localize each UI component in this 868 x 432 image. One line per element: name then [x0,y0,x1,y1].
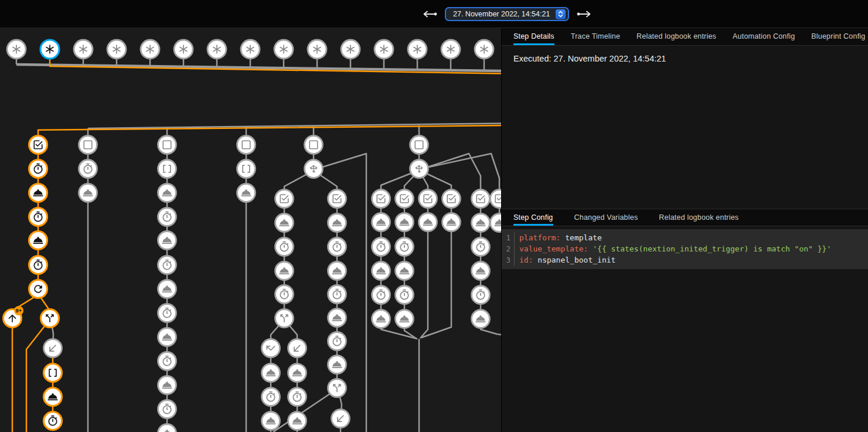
node-arrow-up[interactable]: 9+ [4,306,24,328]
node-dome[interactable] [288,412,307,430]
node-timer[interactable] [158,256,176,274]
node-timer[interactable] [396,238,414,256]
node-dome[interactable] [328,309,346,327]
node-checkbox[interactable] [472,190,490,208]
node-square[interactable] [237,136,256,154]
node-dome[interactable] [262,412,280,430]
tab-blueprint-config[interactable]: Blueprint Config [811,28,865,45]
node-asterisk[interactable] [141,40,159,59]
node-brackets[interactable] [158,160,176,178]
node-dome[interactable] [396,262,414,280]
node-timer[interactable] [396,286,414,304]
node-timer[interactable] [262,388,280,406]
node-checkbox[interactable] [29,136,47,154]
node-arrow-bottom-left[interactable] [288,339,307,358]
node-dome[interactable] [158,184,176,202]
node-dome[interactable] [158,424,176,432]
node-checkbox[interactable] [491,190,502,208]
node-square[interactable] [79,136,97,154]
node-dome[interactable] [491,214,502,232]
node-asterisk[interactable] [207,40,226,59]
node-dome[interactable] [158,328,176,346]
node-asterisk[interactable] [174,40,193,59]
node-checkbox[interactable] [419,190,437,208]
node-dome[interactable] [328,262,346,280]
node-timer[interactable] [29,160,47,178]
node-dome[interactable] [275,214,294,232]
node-dome[interactable] [29,232,47,250]
node-dome[interactable] [262,364,280,382]
node-dome[interactable] [158,376,176,394]
node-dome[interactable] [396,213,414,232]
tab-step-config[interactable]: Step Config [513,209,553,226]
node-dome[interactable] [419,213,437,232]
node-timer[interactable] [275,285,294,304]
node-timer[interactable] [472,238,490,256]
node-checkbox[interactable] [275,190,294,208]
node-timer[interactable] [79,160,97,178]
node-refresh[interactable] [29,280,47,298]
previous-run-button[interactable] [422,11,437,18]
node-asterisk[interactable] [441,40,460,59]
node-dome[interactable] [275,262,294,280]
node-asterisk[interactable] [74,40,93,59]
node-timer[interactable] [44,412,62,430]
node-square[interactable] [158,136,176,154]
node-square[interactable] [305,136,323,154]
node-dome[interactable] [237,184,256,202]
node-decision[interactable] [410,160,428,178]
node-call-split[interactable] [41,309,59,328]
tab-trace-timeline[interactable]: Trace Timeline [571,28,620,45]
node-timer[interactable] [372,286,390,304]
node-dome[interactable] [158,232,176,250]
tab-step-details[interactable]: Step Details [513,28,554,45]
node-checkbox[interactable] [372,190,390,208]
node-arrow-bottom-left[interactable] [332,410,350,428]
node-dome[interactable] [79,184,97,202]
node-asterisk[interactable] [375,40,393,59]
node-dome[interactable] [44,388,62,406]
node-dome[interactable] [472,310,490,328]
node-call-split[interactable] [328,379,346,397]
node-dome[interactable] [288,364,307,382]
node-timer[interactable] [158,304,176,322]
node-dome[interactable] [372,213,390,232]
tab-related-logbook-entries[interactable]: Related logbook entries [636,28,716,45]
node-timer[interactable] [472,286,490,304]
node-asterisk[interactable] [7,40,26,59]
node-asterisk[interactable] [308,40,326,59]
node-timer[interactable] [372,238,390,256]
node-timer[interactable] [158,352,176,370]
node-asterisk[interactable] [40,40,59,59]
next-run-button[interactable] [577,11,592,18]
node-asterisk[interactable] [274,40,293,59]
node-dome[interactable] [442,213,461,232]
node-asterisk[interactable] [475,40,493,59]
node-timer[interactable] [29,208,47,226]
node-dome[interactable] [29,184,47,202]
node-timer[interactable] [328,285,346,304]
tab-changed-variables[interactable]: Changed Variables [574,209,638,226]
node-asterisk[interactable] [341,40,360,59]
node-dome[interactable] [328,356,346,374]
node-square[interactable] [410,136,428,154]
node-checkbox[interactable] [396,190,414,208]
node-dome[interactable] [372,262,390,280]
node-timer[interactable] [288,388,307,406]
node-timer[interactable] [158,400,176,419]
node-timer[interactable] [158,208,176,226]
node-timer[interactable] [328,332,346,351]
node-timer[interactable] [328,238,346,256]
node-brackets[interactable] [237,160,256,178]
node-timer[interactable] [29,256,47,274]
node-dome[interactable] [472,214,490,232]
node-checkbox[interactable] [442,190,461,208]
run-date-picker[interactable]: 27. November 2022, 14:54:21 [445,7,569,21]
node-call-split[interactable] [275,309,294,328]
node-asterisk[interactable] [241,40,260,59]
tab-related-logbook-entries[interactable]: Related logbook entries [659,209,738,226]
trace-graph-svg[interactable]: 9+ [0,28,501,432]
node-asterisk[interactable] [107,40,126,59]
node-dome[interactable] [396,310,414,328]
node-dome[interactable] [372,310,390,328]
